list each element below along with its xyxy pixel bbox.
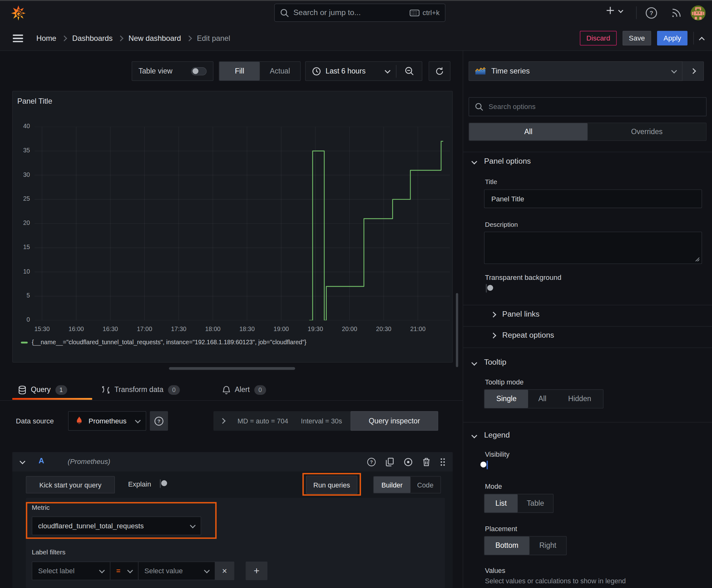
options-tabs: All Overrides [469, 123, 707, 141]
datasource-picker[interactable]: Prometheus [68, 411, 146, 430]
operator-dropdown[interactable]: = [110, 562, 138, 580]
panel-options-header[interactable]: Panel options [484, 157, 531, 166]
datasource-help-button[interactable]: ? [150, 411, 168, 430]
remove-filter-button[interactable]: × [215, 562, 234, 580]
time-range-picker[interactable]: Last 6 hours [305, 62, 396, 80]
delete-query-icon[interactable] [422, 457, 430, 466]
mode-label: Mode [485, 482, 502, 490]
svg-text:?: ? [370, 459, 373, 464]
tooltip-all-option[interactable]: All [528, 390, 556, 408]
tab-all[interactable]: All [469, 123, 588, 141]
panel-title-field[interactable] [484, 189, 702, 208]
options-search-input[interactable] [488, 102, 700, 111]
expand-section-icon[interactable] [490, 333, 496, 338]
x-axis-tick-label: 18:00 [205, 326, 221, 333]
drag-handle-icon[interactable] [440, 457, 446, 466]
legend-item[interactable]: {__name__="cloudflared_tunnel_total_requ… [21, 339, 307, 346]
discard-button[interactable]: Discard [580, 31, 617, 45]
mode-list-option[interactable]: List [484, 495, 517, 512]
query-options-row[interactable]: MD = auto = 704 Interval = 30s [214, 411, 354, 430]
grafana-logo[interactable] [11, 4, 26, 21]
kick-start-query-button[interactable]: Kick start your query [26, 476, 114, 493]
select-value-dropdown[interactable]: Select value [138, 562, 215, 580]
collapse-header-icon[interactable] [699, 37, 705, 42]
transparent-background-label: Transparent background [485, 274, 561, 282]
collapse-section-icon[interactable] [472, 159, 477, 164]
news-rss-button[interactable] [671, 7, 682, 19]
panel-title-input[interactable] [490, 194, 696, 203]
save-button[interactable]: Save [623, 31, 651, 45]
expand-section-icon[interactable] [490, 312, 496, 317]
x-axis-tick-label: 17:30 [171, 326, 187, 333]
apply-button[interactable]: Apply [657, 31, 688, 45]
table-view-label: Table view [138, 67, 172, 75]
user-avatar[interactable] [691, 5, 706, 20]
transparent-background-toggle[interactable] [486, 284, 487, 292]
panel-links-header[interactable]: Panel links [502, 310, 540, 319]
refresh-button[interactable] [429, 61, 450, 81]
menu-toggle-button[interactable] [13, 35, 23, 42]
tab-alert-count: 0 [254, 385, 266, 395]
breadcrumb-item-dashboards[interactable]: Dashboards [72, 34, 113, 42]
tab-query-label: Query [31, 386, 50, 394]
actual-option[interactable]: Actual [260, 62, 300, 80]
explain-label: Explain [128, 480, 151, 488]
sidebar-divider [463, 51, 463, 588]
add-new-button[interactable] [606, 6, 623, 15]
chevron-down-icon [618, 8, 623, 13]
description-field[interactable] [484, 232, 702, 264]
panel-preview[interactable]: Panel Title 0510152025303540 15:3016:001… [12, 91, 453, 362]
breadcrumb-separator-icon [186, 35, 192, 41]
tab-transform-data[interactable]: Transform data 0 [102, 380, 180, 400]
select-label-dropdown[interactable]: Select label [32, 562, 110, 580]
repeat-options-header[interactable]: Repeat options [502, 331, 554, 340]
datasource-name: Prometheus [88, 417, 127, 425]
y-axis-tick-label: 25 [13, 195, 30, 202]
global-search-input[interactable]: Search or jump to... ctrl+k [274, 4, 446, 22]
placement-right-option[interactable]: Right [529, 537, 566, 555]
tab-query[interactable]: Query 1 [18, 380, 67, 400]
query-row-header[interactable]: A (Prometheus) ? [12, 452, 453, 471]
tab-overrides[interactable]: Overrides [588, 123, 706, 141]
legend-visibility-toggle[interactable] [487, 461, 488, 469]
collapse-section-icon[interactable] [472, 360, 477, 365]
add-filter-button[interactable]: + [246, 562, 267, 580]
tooltip-single-option[interactable]: Single [484, 390, 528, 408]
y-axis-tick-label: 15 [13, 244, 30, 251]
placement-bottom-option[interactable]: Bottom [484, 537, 529, 555]
duplicate-query-icon[interactable] [386, 457, 394, 466]
table-view-toggle[interactable] [191, 67, 207, 75]
tab-alert[interactable]: Alert 0 [222, 380, 266, 400]
breadcrumb-item-edit-panel: Edit panel [197, 34, 230, 42]
collapse-section-icon[interactable] [472, 433, 477, 438]
query-inspector-button[interactable]: Query inspector [351, 411, 438, 430]
y-axis-tick-label: 10 [13, 268, 30, 275]
help-button[interactable]: ? [645, 7, 657, 19]
divider [463, 152, 712, 152]
tooltip-hidden-option[interactable]: Hidden [556, 390, 603, 408]
collapse-query-icon[interactable] [19, 459, 25, 464]
code-option[interactable]: Code [410, 477, 440, 493]
query-help-icon[interactable]: ? [367, 457, 376, 466]
explain-toggle[interactable] [160, 479, 161, 488]
time-series-chart[interactable] [35, 127, 450, 320]
visualization-select[interactable]: Time series [469, 61, 683, 81]
description-input[interactable] [490, 236, 696, 261]
tooltip-header[interactable]: Tooltip [484, 358, 506, 367]
fill-option[interactable]: Fill [219, 62, 260, 80]
horizontal-resize-handle[interactable] [169, 367, 295, 370]
vertical-scrollbar[interactable] [456, 293, 458, 367]
toggle-visibility-icon[interactable] [404, 457, 413, 466]
x-axis-tick-label: 16:30 [103, 326, 118, 333]
breadcrumb-item-home[interactable]: Home [37, 34, 57, 42]
resize-handle-icon[interactable] [695, 257, 699, 261]
builder-option[interactable]: Builder [373, 477, 410, 493]
chevron-down-icon [135, 417, 141, 423]
zoom-out-button[interactable] [396, 62, 422, 80]
legend-header[interactable]: Legend [484, 430, 510, 440]
breadcrumb-item-new-dashboard[interactable]: New dashboard [128, 34, 181, 42]
options-search[interactable] [469, 97, 707, 117]
mode-table-option[interactable]: Table [518, 495, 553, 512]
toggle-viz-pane-button[interactable] [683, 61, 704, 81]
query-ref-id[interactable]: A [39, 457, 44, 466]
